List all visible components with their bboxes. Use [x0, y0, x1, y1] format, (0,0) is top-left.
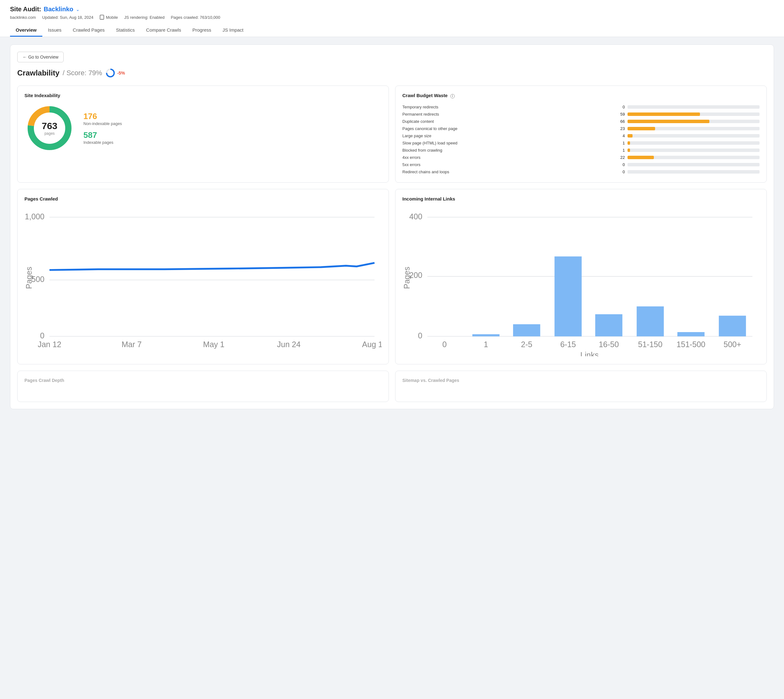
budget-row-1: Permanent redirects 59 [402, 111, 759, 118]
bar-1 [472, 334, 500, 336]
main-content: ← Go to Overview Crawlability / Score: 7… [0, 37, 784, 417]
budget-value: 0 [599, 168, 627, 176]
domain: backlinko.com [10, 15, 36, 20]
updated-date: Updated: Sun, Aug 18, 2024 [42, 15, 93, 20]
budget-bar [628, 147, 759, 154]
svg-text:400: 400 [409, 212, 422, 221]
nav-tab-overview[interactable]: Overview [10, 24, 42, 36]
header-top: Site Audit: Backlinko ⌄ [10, 6, 774, 13]
budget-bar [628, 118, 759, 125]
bar-16-50 [595, 314, 623, 336]
budget-table: Temporary redirects 0 Permanent redirect… [402, 103, 759, 176]
budget-label: Permanent redirects [402, 111, 599, 118]
indexability-body: 763 pages 176 Non-indexable pages 587 In… [25, 103, 382, 153]
dropdown-arrow-icon[interactable]: ⌄ [76, 7, 80, 12]
header-meta: backlinko.com Updated: Sun, Aug 18, 2024… [10, 15, 774, 20]
nav-tab-js-impact[interactable]: JS Impact [217, 24, 249, 36]
indexable-num: 587 [83, 130, 122, 140]
svg-text:0: 0 [40, 331, 45, 340]
svg-text:Pages: Pages [402, 267, 411, 289]
svg-text:Aug 18: Aug 18 [362, 340, 382, 349]
budget-row-7: 4xx errors 22 [402, 154, 759, 161]
budget-row-2: Duplicate content 66 [402, 118, 759, 125]
budget-row-9: Redirect chains and loops 0 [402, 168, 759, 176]
score-circle: -5% [105, 68, 125, 78]
crawlability-header: Crawlability / Score: 79% -5% [17, 68, 767, 78]
budget-label: Redirect chains and loops [402, 168, 599, 176]
nav-tab-issues[interactable]: Issues [42, 24, 67, 36]
budget-bar [628, 139, 759, 147]
pages-crawled: Pages crawled: 763/10,000 [171, 15, 221, 20]
svg-text:Links: Links [580, 351, 599, 356]
budget-row-5: Slow page (HTML) load speed 1 [402, 139, 759, 147]
budget-row-4: Large page size 4 [402, 132, 759, 139]
svg-text:2-5: 2-5 [521, 340, 532, 349]
indexability-stats: 176 Non-indexable pages 587 Indexable pa… [83, 111, 122, 145]
budget-label: 4xx errors [402, 154, 599, 161]
total-pages-label: pages [42, 131, 57, 136]
info-icon[interactable]: i [450, 94, 455, 98]
incoming-links-card: Incoming Internal Links 400 200 0 Pages [395, 189, 767, 364]
donut-chart: 763 pages [25, 103, 75, 153]
budget-bar [628, 154, 759, 161]
svg-text:51-150: 51-150 [638, 340, 662, 349]
charts-row: Pages Crawled 1,000 500 0 Pages [17, 189, 767, 364]
budget-value: 1 [599, 139, 627, 147]
sitemap-crawled-title: Sitemap vs. Crawled Pages [402, 378, 759, 383]
budget-label: Temporary redirects [402, 103, 599, 111]
line-chart-path [50, 263, 374, 270]
total-pages-num: 763 [42, 121, 57, 131]
svg-text:Jun 24: Jun 24 [277, 340, 301, 349]
bar-151-500 [678, 332, 705, 336]
bar-500-plus [719, 316, 746, 336]
nav-tab-compare-crawls[interactable]: Compare Crawls [141, 24, 187, 36]
bar-6-15 [555, 256, 582, 336]
nav-tab-crawled-pages[interactable]: Crawled Pages [67, 24, 110, 36]
svg-text:0: 0 [418, 331, 422, 340]
budget-row-3: Pages canonical to other page 23 [402, 125, 759, 132]
budget-label: Blocked from crawling [402, 147, 599, 154]
svg-text:May 1: May 1 [203, 340, 224, 349]
score-change-donut [105, 68, 115, 78]
site-name[interactable]: Backlinko [43, 6, 73, 13]
svg-text:6-15: 6-15 [560, 340, 576, 349]
svg-text:1: 1 [484, 340, 488, 349]
incoming-links-svg: 400 200 0 Pages [402, 207, 759, 356]
budget-row-8: 5xx errors 0 [402, 161, 759, 168]
svg-text:16-50: 16-50 [599, 340, 619, 349]
nav-tab-progress[interactable]: Progress [187, 24, 217, 36]
back-to-overview-button[interactable]: ← Go to Overview [17, 52, 64, 62]
budget-value: 59 [599, 111, 627, 118]
budget-value: 0 [599, 161, 627, 168]
svg-text:1,000: 1,000 [25, 212, 45, 221]
budget-label: Duplicate content [402, 118, 599, 125]
bar-51-150 [636, 306, 664, 336]
budget-bar [628, 132, 759, 139]
pages-crawled-title: Pages Crawled [25, 196, 382, 202]
crawl-budget-card: Crawl Budget Waste i Temporary redirects… [395, 86, 767, 183]
budget-row-6: Blocked from crawling 1 [402, 147, 759, 154]
non-indexable-stat: 176 Non-indexable pages [83, 111, 122, 126]
js-rendering: JS rendering: Enabled [124, 15, 164, 20]
nav-tabs: OverviewIssuesCrawled PagesStatisticsCom… [10, 24, 774, 36]
crawlability-title: Crawlability [17, 69, 60, 77]
budget-label: Slow page (HTML) load speed [402, 139, 599, 147]
nav-tab-statistics[interactable]: Statistics [110, 24, 141, 36]
budget-value: 23 [599, 125, 627, 132]
site-audit-label: Site Audit: [10, 6, 41, 13]
svg-text:0: 0 [442, 340, 447, 349]
budget-bar [628, 103, 759, 111]
main-card: ← Go to Overview Crawlability / Score: 7… [10, 45, 774, 409]
budget-label: Pages canonical to other page [402, 125, 599, 132]
svg-text:500: 500 [32, 275, 45, 283]
svg-text:500+: 500+ [724, 340, 741, 349]
budget-value: 0 [599, 103, 627, 111]
incoming-links-title: Incoming Internal Links [402, 196, 759, 202]
pages-crawled-chart-area: 1,000 500 0 Pages Jan [25, 207, 382, 350]
bar-2-5 [513, 324, 540, 336]
budget-bar [628, 161, 759, 168]
score-label: / Score: 79% [63, 69, 102, 77]
site-indexability-title: Site Indexability [25, 93, 382, 98]
donut-center: 763 pages [42, 121, 57, 136]
budget-value: 4 [599, 132, 627, 139]
